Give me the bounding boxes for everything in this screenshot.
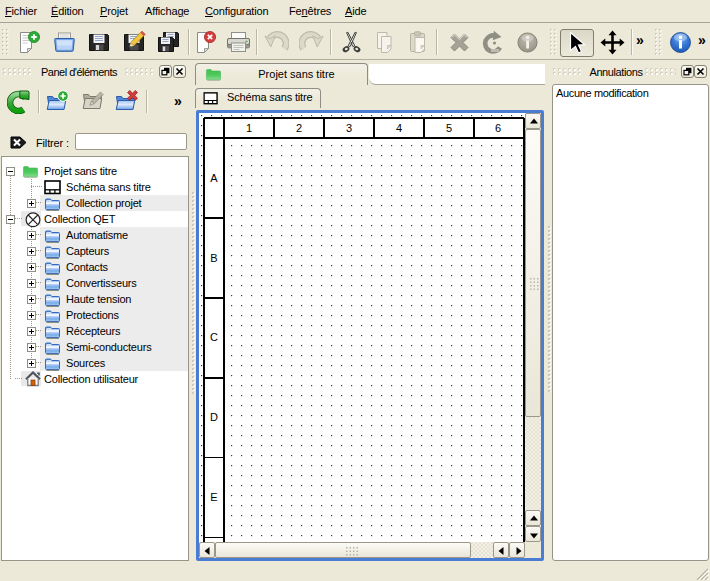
svg-text:5: 5 (446, 122, 452, 134)
svg-text:6: 6 (495, 122, 501, 134)
svg-text:1: 1 (246, 122, 252, 134)
svg-text:D: D (210, 411, 218, 423)
svg-text:4: 4 (396, 122, 402, 134)
svg-text:3: 3 (346, 122, 352, 134)
svg-text:C: C (210, 331, 218, 343)
svg-text:B: B (210, 252, 217, 264)
svg-text:2: 2 (296, 122, 302, 134)
svg-text:E: E (210, 491, 217, 503)
svg-text:A: A (210, 172, 218, 184)
